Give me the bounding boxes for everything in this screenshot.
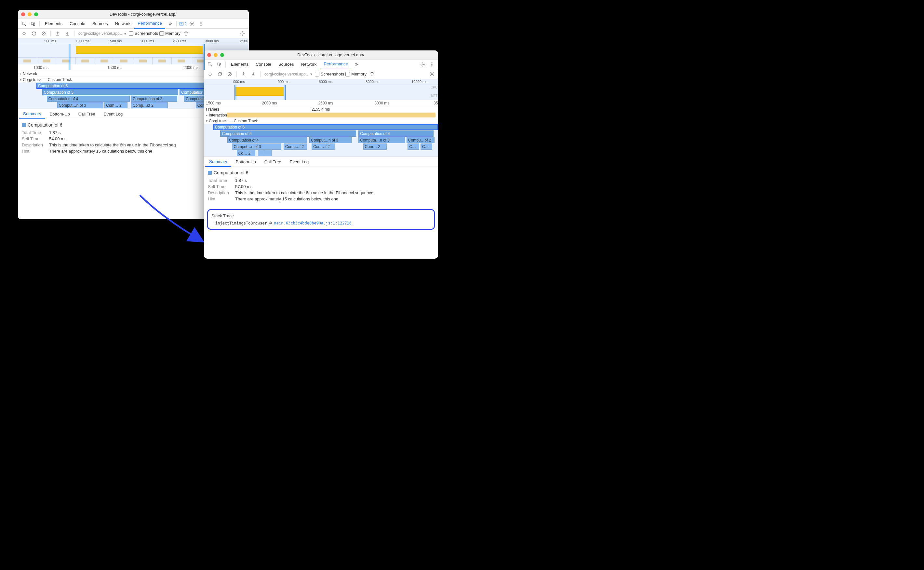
hint-value: There are approximately 15 calculations … <box>235 196 338 201</box>
flame-bar[interactable]: Comp…of 2 <box>131 102 168 108</box>
flame-bar[interactable]: Computa…n of 3 <box>358 137 405 143</box>
screenshots-checkbox[interactable]: Screenshots <box>129 31 158 36</box>
dtab-calltree[interactable]: Call Tree <box>260 156 285 167</box>
clear-icon[interactable] <box>39 29 48 38</box>
tab-console[interactable]: Console <box>66 19 89 29</box>
panel-settings-icon[interactable] <box>239 29 247 38</box>
clear-icon[interactable] <box>225 70 234 78</box>
tab-network[interactable]: Network <box>298 60 320 69</box>
traffic-lights <box>207 53 224 57</box>
settings-icon[interactable] <box>419 60 427 69</box>
dtab-eventlog[interactable]: Event Log <box>100 109 127 119</box>
download-icon[interactable] <box>63 29 72 38</box>
range-handle-left[interactable] <box>234 85 236 100</box>
flame-bar[interactable]: C… <box>407 144 419 150</box>
description-value: This is the time taken to calculate the … <box>49 142 176 147</box>
flame-chart[interactable]: Computation of 6 Computation of 5Computa… <box>204 124 438 156</box>
dtab-summary[interactable]: Summary <box>19 109 45 119</box>
recording-select[interactable]: corgi-collage.vercel.app…▾ <box>77 31 127 36</box>
flame-bar[interactable]: Computation of 3 <box>131 96 177 102</box>
download-icon[interactable] <box>249 70 258 78</box>
net-label: NET <box>431 94 438 98</box>
minimize-icon[interactable] <box>28 12 32 16</box>
flame-bar[interactable]: Com… 2 <box>104 102 127 108</box>
close-icon[interactable] <box>21 12 25 16</box>
flame-bar[interactable]: Computation of 4 <box>358 130 433 136</box>
tab-network[interactable]: Network <box>112 19 134 29</box>
source-link[interactable]: main.63cb5c4bde8be90a.js:1:122716 <box>274 221 352 225</box>
dtab-calltree[interactable]: Call Tree <box>75 109 99 119</box>
flame-bar[interactable] <box>265 150 272 156</box>
maximize-icon[interactable] <box>220 53 224 57</box>
record-icon[interactable] <box>206 70 214 78</box>
inspect-icon[interactable] <box>20 20 28 28</box>
device-icon[interactable] <box>215 60 223 69</box>
flame-bar[interactable]: Comput…n of 3 <box>57 102 103 108</box>
dtab-summary[interactable]: Summary <box>205 156 231 167</box>
settings-icon[interactable] <box>188 20 196 28</box>
svg-point-15 <box>431 63 432 63</box>
kebab-icon[interactable] <box>197 20 205 28</box>
tab-console[interactable]: Console <box>252 60 274 69</box>
flame-bar[interactable]: Computation of 4 <box>227 137 307 143</box>
flame-bar[interactable]: C… <box>421 144 432 150</box>
issues-icon[interactable]: 2 <box>179 20 187 28</box>
tab-performance[interactable]: Performance <box>134 19 165 29</box>
range-handle-left[interactable] <box>69 44 70 70</box>
dtab-bottomup[interactable]: Bottom-Up <box>232 156 260 167</box>
recording-select[interactable]: corgi-collage.vercel.app…▾ <box>263 72 314 77</box>
flame-bar[interactable]: Co… 2 <box>237 150 255 156</box>
panel-settings-icon[interactable] <box>428 70 436 78</box>
summary-panel: Computation of 6 Total Time1.87 s Self T… <box>204 167 438 206</box>
flame-bar[interactable]: Computation of 5 <box>42 89 179 95</box>
tab-elements[interactable]: Elements <box>41 19 66 29</box>
titlebar[interactable]: DevTools - corgi-collage.vercel.app/ <box>204 51 438 60</box>
more-tabs-icon[interactable] <box>352 60 360 69</box>
maximize-icon[interactable] <box>34 12 38 16</box>
more-tabs-icon[interactable] <box>166 20 174 28</box>
upload-icon[interactable] <box>54 29 62 38</box>
range-handle-right[interactable] <box>284 85 286 100</box>
flame-bar[interactable]: Com…f 2 <box>312 144 335 150</box>
stack-trace-title: Stack Trace <box>211 213 431 218</box>
dtab-eventlog[interactable]: Event Log <box>286 156 313 167</box>
color-swatch <box>208 171 212 175</box>
self-time-value: 57.00 ms <box>235 184 252 189</box>
track-interactions[interactable]: Interactions <box>204 112 438 118</box>
memory-checkbox[interactable]: Memory <box>159 31 181 36</box>
kebab-icon[interactable] <box>428 60 436 69</box>
gc-icon[interactable] <box>368 70 376 78</box>
close-icon[interactable] <box>207 53 211 57</box>
record-icon[interactable] <box>20 29 28 38</box>
upload-icon[interactable] <box>239 70 248 78</box>
track-custom[interactable]: Corgi track — Custom Track <box>204 118 438 124</box>
tab-sources[interactable]: Sources <box>275 60 297 69</box>
range-handle-right[interactable] <box>203 44 205 70</box>
gc-icon[interactable] <box>182 29 190 38</box>
flame-bar[interactable]: Compu…of 2 <box>407 137 434 143</box>
minimize-icon[interactable] <box>214 53 217 57</box>
tab-sources[interactable]: Sources <box>89 19 111 29</box>
inspect-icon[interactable] <box>206 60 214 69</box>
total-time-value: 1.87 s <box>235 178 246 183</box>
flame-bar[interactable]: Comput…n of 3 <box>309 137 352 143</box>
timeline-overview[interactable]: 000 ms 000 ms 6000 ms 8000 ms 10000 ms C… <box>204 79 438 100</box>
detail-tabs: Summary Bottom-Up Call Tree Event Log <box>204 156 438 167</box>
interaction-bar[interactable] <box>227 113 436 118</box>
device-icon[interactable] <box>29 20 37 28</box>
flame-bar[interactable]: Comp…f 2 <box>284 144 307 150</box>
flame-bar[interactable]: Computation of 5 <box>220 130 356 136</box>
svg-rect-12 <box>217 63 220 65</box>
titlebar[interactable]: DevTools - corgi-collage.vercel.app/ <box>18 10 249 19</box>
reload-icon[interactable] <box>216 70 224 78</box>
reload-icon[interactable] <box>30 29 38 38</box>
screenshots-checkbox[interactable]: Screenshots <box>315 72 344 77</box>
flame-bar[interactable]: Computation of 6 <box>213 124 438 130</box>
flame-bar[interactable]: Com… 2 <box>363 144 387 150</box>
memory-checkbox[interactable]: Memory <box>346 72 367 77</box>
flame-bar[interactable]: Comput…n of 3 <box>232 144 281 150</box>
tab-performance[interactable]: Performance <box>320 60 351 69</box>
flame-bar[interactable]: Computation of 4 <box>47 96 130 102</box>
tab-elements[interactable]: Elements <box>228 60 252 69</box>
dtab-bottomup[interactable]: Bottom-Up <box>46 109 74 119</box>
